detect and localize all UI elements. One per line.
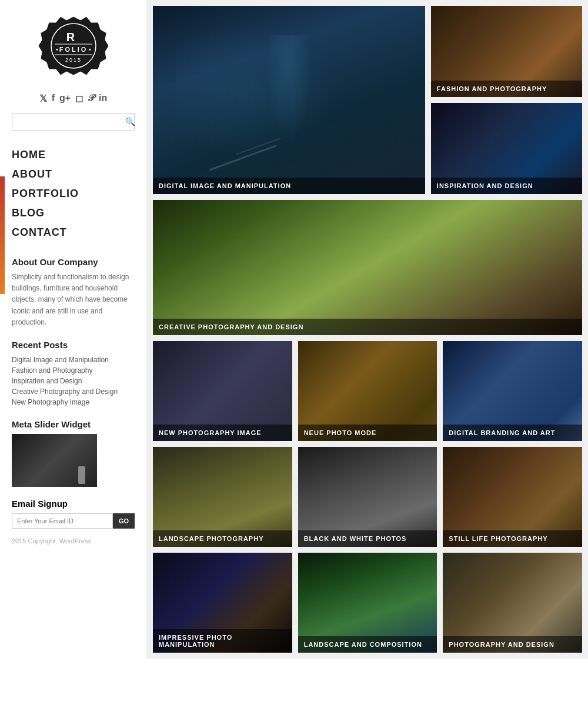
- grid-row-1: DIGITAL IMAGE AND MANIPULATION FASHION A…: [153, 6, 582, 194]
- row3-thumb-2[interactable]: NEUE PHOTO MODE: [298, 341, 437, 441]
- svg-text:R: R: [66, 31, 75, 44]
- email-input[interactable]: [12, 513, 113, 529]
- googleplus-icon[interactable]: g+: [59, 93, 71, 104]
- instagram-icon[interactable]: ◻: [75, 93, 83, 104]
- meta-slider-image: [12, 434, 97, 487]
- search-input[interactable]: [12, 113, 121, 130]
- row5-label-3: PHOTOGRAPHY AND DESIGN: [443, 636, 582, 653]
- nav-blog[interactable]: BLOG: [12, 203, 135, 223]
- recent-posts-section: Recent Posts Digital Image and Manipulat…: [12, 340, 135, 407]
- row4-thumb-3[interactable]: STILL LIFE PHOTOGRAPHY: [443, 447, 582, 547]
- meta-slider-title: Meta Slider Widget: [12, 419, 135, 429]
- row4-thumb-1[interactable]: LANDSCAPE PHOTOGRAPHY: [153, 447, 292, 547]
- main-nav: HOME ABOUT PORTFOLIO BLOG CONTACT: [12, 145, 135, 242]
- recent-post-2[interactable]: Fashion and Photography: [12, 365, 135, 376]
- row3-label-1: NEW PHOTOGRAPHY IMAGE: [153, 425, 292, 441]
- twitter-icon[interactable]: 𝕏: [39, 93, 47, 104]
- row4-label-1: LANDSCAPE PHOTOGRAPHY: [153, 530, 292, 547]
- row5-thumb-1[interactable]: IMPRESSIVE PHOTO MANIPULATION: [153, 553, 292, 653]
- side-top-label: FASHION AND PHOTOGRAPHY: [431, 81, 582, 97]
- featured-label: DIGITAL IMAGE AND MANIPULATION: [153, 178, 425, 194]
- recent-post-1[interactable]: Digital Image and Manipulation: [12, 355, 135, 365]
- search-button[interactable]: 🔍: [121, 113, 140, 130]
- recent-posts-title: Recent Posts: [12, 340, 135, 350]
- side-bottom-thumb[interactable]: INSPIRATION AND DESIGN: [431, 103, 582, 194]
- email-submit-button[interactable]: GO: [113, 513, 135, 529]
- row5-thumb-3[interactable]: PHOTOGRAPHY AND DESIGN: [443, 553, 582, 653]
- logo-badge: R FOLIO ✦ ✦ 2015: [38, 12, 109, 82]
- row5-label-1: IMPRESSIVE PHOTO MANIPULATION: [153, 629, 292, 653]
- wide-thumb[interactable]: CREATIVE PHOTOGRAPHY AND DESIGN: [153, 200, 582, 335]
- facebook-icon[interactable]: f: [52, 93, 55, 104]
- side-bottom-label: INSPIRATION AND DESIGN: [431, 178, 582, 194]
- row5-label-2: LANDSCAPE AND COMPOSITION: [298, 636, 437, 653]
- grid-row-4: LANDSCAPE PHOTOGRAPHY BLACK AND WHITE PH…: [153, 447, 582, 547]
- meta-slider-section: Meta Slider Widget: [12, 419, 135, 487]
- recent-post-3[interactable]: Inspiration and Design: [12, 376, 135, 386]
- pinterest-icon[interactable]: 𝒫: [88, 93, 94, 104]
- grid-row-3: NEW PHOTOGRAPHY IMAGE NEUE PHOTO MODE DI…: [153, 341, 582, 441]
- row5-thumb-2[interactable]: LANDSCAPE AND COMPOSITION: [298, 553, 437, 653]
- svg-text:✦: ✦: [55, 48, 59, 52]
- wide-label: CREATIVE PHOTOGRAPHY AND DESIGN: [153, 319, 582, 335]
- nav-portfolio[interactable]: PORTFOLIO: [12, 184, 135, 203]
- recent-post-4[interactable]: Creative Photography and Design: [12, 386, 135, 397]
- row4-label-2: BLACK AND WHITE PHOTOS: [298, 530, 437, 547]
- featured-thumb[interactable]: DIGITAL IMAGE AND MANIPULATION: [153, 6, 425, 194]
- email-signup-section: Email Signup GO: [12, 499, 135, 529]
- svg-text:FOLIO: FOLIO: [59, 46, 88, 53]
- main-content: DIGITAL IMAGE AND MANIPULATION FASHION A…: [147, 0, 588, 659]
- recent-post-5[interactable]: New Photography Image: [12, 397, 135, 407]
- linkedin-icon[interactable]: in: [99, 93, 107, 104]
- logo-area: R FOLIO ✦ ✦ 2015: [12, 12, 135, 82]
- copyright-text: 2015 Copyright. WordPress: [12, 537, 135, 544]
- search-bar[interactable]: 🔍: [12, 113, 135, 131]
- about-text: Simplicity and functionalism to design b…: [12, 272, 135, 328]
- row4-thumb-2[interactable]: BLACK AND WHITE PHOTOS: [298, 447, 437, 547]
- svg-text:2015: 2015: [65, 57, 81, 63]
- row3-label-2: NEUE PHOTO MODE: [298, 425, 437, 441]
- nav-contact[interactable]: CONTACT: [12, 223, 135, 242]
- nav-home[interactable]: HOME: [12, 145, 135, 165]
- sidebar-accent: [0, 176, 5, 294]
- row3-thumb-3[interactable]: DIGITAL BRANDING AND ART: [443, 341, 582, 441]
- email-signup-title: Email Signup: [12, 499, 135, 509]
- side-column: FASHION AND PHOTOGRAPHY INSPIRATION AND …: [431, 6, 582, 194]
- svg-text:✦: ✦: [88, 48, 92, 52]
- row4-label-3: STILL LIFE PHOTOGRAPHY: [443, 530, 582, 547]
- sidebar: R FOLIO ✦ ✦ 2015 𝕏 f g+ ◻ 𝒫 in 🔍: [0, 0, 147, 659]
- social-icons[interactable]: 𝕏 f g+ ◻ 𝒫 in: [12, 93, 135, 104]
- row3-thumb-1[interactable]: NEW PHOTOGRAPHY IMAGE: [153, 341, 292, 441]
- side-top-thumb[interactable]: FASHION AND PHOTOGRAPHY: [431, 6, 582, 97]
- about-section: About Our Company Simplicity and functio…: [12, 257, 135, 328]
- grid-row-5: IMPRESSIVE PHOTO MANIPULATION LANDSCAPE …: [153, 553, 582, 653]
- about-title: About Our Company: [12, 257, 135, 267]
- nav-about[interactable]: ABOUT: [12, 165, 135, 184]
- row3-label-3: DIGITAL BRANDING AND ART: [443, 425, 582, 441]
